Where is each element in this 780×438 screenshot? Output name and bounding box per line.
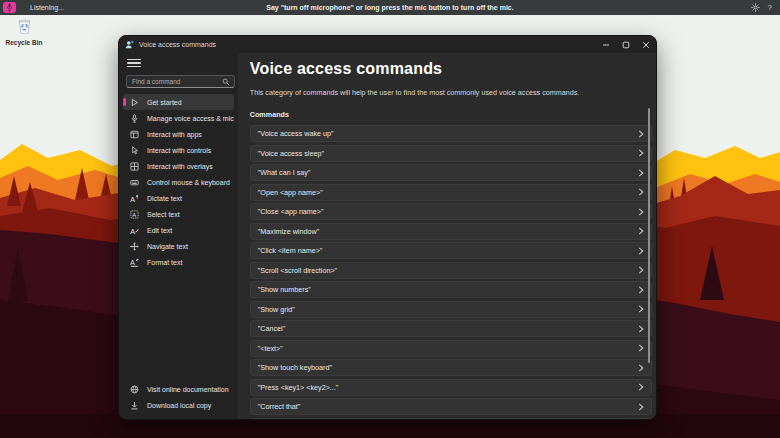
command-item[interactable]: "Show grid"	[250, 301, 652, 318]
command-label: "Show grid"	[258, 305, 295, 314]
maximize-icon	[622, 41, 630, 49]
chevron-right-icon	[638, 403, 644, 411]
command-item[interactable]: "Press <key1> <key2>..."	[250, 379, 652, 396]
microphone-icon	[129, 113, 139, 123]
svg-text:A: A	[130, 194, 135, 202]
command-label: "Cancel"	[258, 324, 285, 333]
command-label: "Close <app name>"	[258, 207, 324, 216]
chevron-right-icon	[638, 383, 644, 391]
command-label: "Maximize window"	[258, 227, 319, 236]
chevron-right-icon	[638, 227, 644, 235]
command-item[interactable]: "Scroll <scroll direction>"	[250, 262, 652, 279]
commands-section-label: Commands	[250, 110, 656, 119]
command-label: "What can I say"	[258, 168, 311, 177]
command-label: "Correct that"	[258, 402, 301, 411]
hamburger-menu-icon[interactable]	[127, 57, 141, 69]
overlay-grid-icon	[129, 161, 139, 171]
command-label: "Voice access sleep"	[258, 149, 324, 158]
sidebar-item-get-started[interactable]: Get started	[123, 94, 234, 110]
microphone-icon	[6, 3, 13, 12]
command-label: "Voice access wake up"	[258, 129, 334, 138]
chevron-right-icon	[638, 364, 644, 372]
chevron-right-icon	[638, 344, 644, 352]
search-icon	[222, 78, 230, 86]
command-item[interactable]: "Voice access sleep"	[250, 145, 652, 162]
command-label: "Show numbers"	[258, 285, 311, 294]
command-item[interactable]: "<text>"	[250, 340, 652, 357]
voice-access-commands-window: Voice access commands	[118, 35, 657, 420]
command-label: "Click <item name>"	[258, 246, 323, 255]
recycle-bin-label: Recycle Bin	[2, 39, 46, 46]
svg-text:A: A	[130, 258, 135, 265]
sidebar-item-download-local-copy[interactable]: Download local copy	[123, 397, 234, 413]
chevron-right-icon	[638, 305, 644, 313]
search-input[interactable]	[127, 78, 222, 85]
sidebar-item-dictate-text[interactable]: A Dictate text	[123, 190, 234, 206]
chevron-right-icon	[638, 149, 644, 157]
chevron-right-icon	[638, 130, 644, 138]
commands-list: "Voice access wake up" "Voice access sle…	[250, 125, 652, 419]
command-item[interactable]: "Close <app name>"	[250, 203, 652, 220]
svg-text:A: A	[132, 211, 136, 217]
close-icon	[642, 41, 650, 49]
chevron-right-icon	[638, 208, 644, 216]
command-item[interactable]: "Show touch keyboard"	[250, 359, 652, 376]
sidebar-item-edit-text[interactable]: A Edit text	[123, 222, 234, 238]
recycle-bin-shortcut[interactable]: Recycle Bin	[2, 18, 46, 46]
microphone-button[interactable]	[3, 2, 16, 13]
chevron-right-icon	[638, 247, 644, 255]
dictate-icon: A	[129, 193, 139, 203]
command-item[interactable]: "Voice access wake up"	[250, 125, 652, 142]
globe-icon	[129, 384, 139, 394]
sidebar-item-interact-with-apps[interactable]: Interact with apps	[123, 126, 234, 142]
edit-text-icon: A	[129, 225, 139, 235]
cursor-icon	[129, 145, 139, 155]
command-label: "<text>"	[258, 344, 283, 353]
sidebar-item-manage-voice-access[interactable]: Manage voice access & mic	[123, 110, 234, 126]
command-item[interactable]: "Show numbers"	[250, 281, 652, 298]
scrollbar-thumb[interactable]	[648, 108, 651, 363]
close-button[interactable]	[636, 36, 656, 53]
voice-access-bar: Listening... Say "turn off microphone" o…	[0, 0, 780, 15]
window-title: Voice access commands	[139, 41, 216, 48]
chevron-right-icon	[638, 169, 644, 177]
sidebar-item-control-mouse-keyboard[interactable]: Control mouse & keyboard	[123, 174, 234, 190]
sidebar-item-select-text[interactable]: A Select text	[123, 206, 234, 222]
command-search-box	[126, 75, 235, 88]
chevron-right-icon	[638, 188, 644, 196]
command-label: "Scroll <scroll direction>"	[258, 266, 337, 275]
sidebar-item-navigate-text[interactable]: Navigate text	[123, 238, 234, 254]
command-item[interactable]: "What can I say"	[250, 164, 652, 181]
sidebar-item-format-text[interactable]: A Format text	[123, 254, 234, 270]
command-label: "Open <app name>"	[258, 188, 323, 197]
command-item[interactable]: "Click <item name>"	[250, 242, 652, 259]
page-title: Voice access commands	[250, 59, 656, 79]
voice-bar-instruction: Say "turn off microphone" or long press …	[0, 4, 780, 11]
chevron-right-icon	[638, 266, 644, 274]
recycle-bin-icon	[17, 18, 32, 34]
main-content: Voice access commands This category of c…	[238, 53, 656, 419]
command-item[interactable]: "Cancel"	[250, 320, 652, 337]
download-icon	[129, 400, 139, 410]
voice-access-app-icon	[125, 40, 134, 49]
window-titlebar[interactable]: Voice access commands	[119, 36, 656, 53]
gear-icon[interactable]	[751, 3, 760, 12]
sidebar: Get started Manage voice access & mic In…	[119, 53, 238, 419]
command-item[interactable]: "Correct that"	[250, 398, 652, 415]
sidebar-item-interact-with-overlays[interactable]: Interact with overlays	[123, 158, 234, 174]
help-icon[interactable]: ?	[768, 3, 772, 12]
svg-text:A: A	[130, 226, 135, 234]
command-label: "Press <key1> <key2>..."	[258, 383, 339, 392]
play-icon	[129, 97, 139, 107]
sidebar-item-interact-with-controls[interactable]: Interact with controls	[123, 142, 234, 158]
select-text-icon: A	[129, 209, 139, 219]
command-item[interactable]: "Maximize window"	[250, 223, 652, 240]
minimize-button[interactable]	[596, 36, 616, 53]
command-label: "Show touch keyboard"	[258, 363, 332, 372]
command-item[interactable]: "Open <app name>"	[250, 184, 652, 201]
sidebar-item-online-documentation[interactable]: Visit online documentation	[123, 381, 234, 397]
chevron-right-icon	[638, 286, 644, 294]
maximize-button[interactable]	[616, 36, 636, 53]
chevron-right-icon	[638, 325, 644, 333]
command-item-partial[interactable]	[250, 418, 652, 420]
